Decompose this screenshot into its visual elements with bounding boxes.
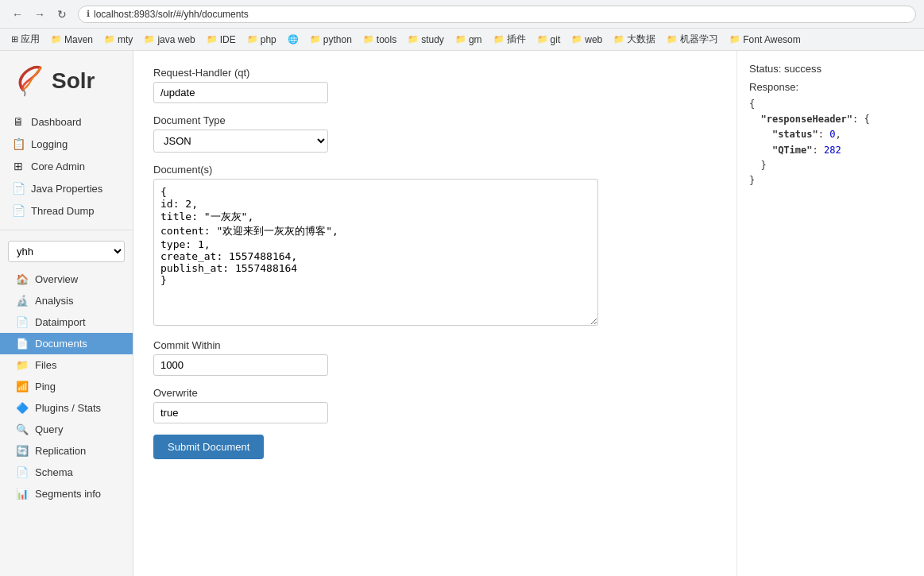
bookmark-bigdata[interactable]: 📁 大数据 (609, 31, 660, 48)
overwrite-input[interactable] (153, 402, 328, 423)
status-value: success (784, 63, 822, 75)
sub-nav-segments-info[interactable]: 📊 Segments info (0, 483, 133, 504)
sub-nav-ping[interactable]: 📶 Ping (0, 376, 133, 397)
bookmark-maven[interactable]: 📁 Maven (46, 33, 98, 47)
document-type-group: Document Type JSON XML CSV Document Buil… (153, 114, 717, 153)
documents-textarea[interactable]: { id: 2, title: "一灰灰", content: "欢迎来到一灰灰… (153, 179, 598, 326)
folder-icon: 📁 (455, 34, 466, 44)
bookmark-fontawesome[interactable]: 📁 Font Awesom (725, 33, 805, 47)
response-key-header: "responseHeader" (760, 114, 852, 125)
core-select-dropdown[interactable]: yhh (8, 241, 125, 262)
bookmark-label: gm (469, 34, 482, 45)
reload-button[interactable]: ↻ (52, 5, 72, 24)
bookmark-javaweb[interactable]: 📁 java web (139, 33, 199, 47)
bookmark-python[interactable]: 📁 python (305, 33, 357, 47)
bookmark-label: 机器学习 (680, 33, 718, 46)
request-handler-label: Request-Handler (qt) (153, 67, 717, 79)
bookmark-label: IDE (220, 34, 236, 45)
commit-within-input[interactable] (153, 354, 328, 376)
sub-nav-analysis[interactable]: 🔬 Analysis (0, 290, 133, 311)
bookmark-label: git (551, 34, 561, 45)
bookmark-label: python (323, 34, 352, 45)
files-icon: 📁 (16, 359, 29, 371)
sidebar-item-dashboard[interactable]: 🖥 Dashboard (0, 110, 133, 133)
bookmark-web1[interactable]: 🌐 (283, 33, 303, 46)
status-label: Status: (749, 63, 781, 75)
documents-label: Document(s) (153, 164, 717, 176)
sub-nav-dataimport[interactable]: 📄 Dataimport (0, 311, 133, 333)
bookmark-plugins[interactable]: 📁 插件 (489, 31, 531, 48)
bookmark-label: web (585, 34, 602, 45)
sidebar: Solr 🖥 Dashboard 📋 Logging ⊞ Core Admin … (0, 51, 133, 576)
folder-icon: 📁 (363, 34, 374, 44)
bookmark-label: 应用 (21, 33, 40, 46)
folder-icon: 📁 (571, 34, 582, 44)
nav-buttons[interactable]: ← → ↻ (8, 5, 72, 24)
documents-group: Document(s) { id: 2, title: "一灰灰", conte… (153, 164, 717, 328)
sidebar-item-java-properties[interactable]: 📄 Java Properties (0, 177, 133, 199)
bookmark-web2[interactable]: 📁 web (566, 33, 607, 47)
bookmark-label: 大数据 (627, 33, 655, 46)
sub-nav-documents[interactable]: 📄 Documents (0, 333, 133, 354)
status-line: Status: success (749, 63, 912, 75)
overview-icon: 🏠 (16, 273, 29, 285)
bookmark-label: tools (377, 34, 396, 45)
request-handler-input[interactable] (153, 82, 328, 103)
bookmark-label: 插件 (507, 33, 526, 46)
overwrite-group: Overwrite (153, 387, 717, 423)
folder-icon: 📁 (613, 34, 624, 44)
solr-emblem-icon (10, 63, 45, 99)
lock-icon: ℹ (87, 9, 90, 19)
document-type-select[interactable]: JSON XML CSV Document Builder (153, 130, 328, 153)
ping-icon: 📶 (16, 381, 29, 392)
address-bar[interactable]: ℹ localhost:8983/solr/#/yhh/documents (78, 6, 916, 23)
folder-icon: 📁 (310, 34, 321, 44)
sub-nav-overview[interactable]: 🏠 Overview (0, 269, 133, 290)
sidebar-item-logging[interactable]: 📋 Logging (0, 133, 133, 155)
sub-nav-query[interactable]: 🔍 Query (0, 419, 133, 440)
sub-nav-files[interactable]: 📁 Files (0, 354, 133, 376)
folder-icon: 📁 (729, 34, 740, 44)
bookmark-git[interactable]: 📁 git (532, 33, 566, 47)
bookmark-tools[interactable]: 📁 tools (358, 33, 401, 47)
folder-icon: 📁 (51, 34, 62, 44)
dataimport-icon: 📄 (16, 316, 29, 328)
sidebar-item-thread-dump[interactable]: 📄 Thread Dump (0, 199, 133, 222)
folder-icon: 📁 (104, 34, 115, 44)
global-nav: 🖥 Dashboard 📋 Logging ⊞ Core Admin 📄 Jav… (0, 106, 133, 226)
core-selector[interactable]: yhh (8, 241, 125, 262)
submit-document-button[interactable]: Submit Document (153, 435, 264, 459)
bookmark-gm[interactable]: 📁 gm (450, 33, 487, 47)
documents-icon: 📄 (16, 338, 29, 350)
response-key-status: "status" (772, 129, 818, 140)
sub-nav-plugins-stats[interactable]: 🔷 Plugins / Stats (0, 397, 133, 419)
response-label: Response: (749, 81, 912, 93)
browser-chrome: ← → ↻ ℹ localhost:8983/solr/#/yhh/docume… (0, 0, 924, 29)
bookmark-php[interactable]: 📁 php (242, 33, 281, 47)
request-handler-group: Request-Handler (qt) (153, 67, 717, 103)
sidebar-item-core-admin[interactable]: ⊞ Core Admin (0, 155, 133, 177)
sub-nav-replication[interactable]: 🔄 Replication (0, 440, 133, 462)
thread-dump-icon: 📄 (12, 204, 25, 217)
bookmark-mty[interactable]: 📁 mty (99, 33, 137, 47)
commit-within-group: Commit Within (153, 339, 717, 376)
core-admin-icon: ⊞ (12, 160, 25, 172)
back-button[interactable]: ← (8, 5, 27, 24)
bookmark-study[interactable]: 📁 study (403, 33, 449, 47)
forward-button[interactable]: → (30, 5, 49, 24)
bookmark-label: study (421, 34, 444, 45)
folder-icon: 📁 (408, 34, 419, 44)
java-properties-icon: 📄 (12, 182, 25, 195)
content-area: Request-Handler (qt) Document Type JSON … (133, 51, 924, 576)
bookmark-apps[interactable]: ⊞ 应用 (6, 31, 44, 48)
folder-icon: 📁 (207, 34, 218, 44)
analysis-icon: 🔬 (16, 295, 29, 307)
response-status-num: 0 (829, 129, 835, 140)
globe-icon: 🌐 (288, 34, 299, 44)
response-qtime-num: 282 (824, 145, 841, 156)
sub-nav-schema[interactable]: 📄 Schema (0, 462, 133, 483)
bookmark-ide[interactable]: 📁 IDE (202, 33, 241, 47)
app-container: Solr 🖥 Dashboard 📋 Logging ⊞ Core Admin … (0, 51, 924, 576)
folder-icon: 📁 (144, 34, 155, 44)
bookmark-ml[interactable]: 📁 机器学习 (662, 31, 723, 48)
